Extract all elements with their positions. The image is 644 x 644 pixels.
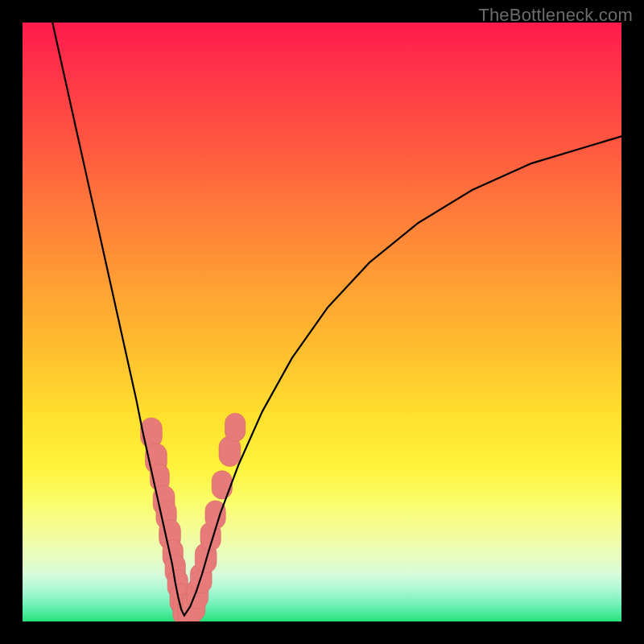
curve-left-branch — [52, 23, 184, 616]
data-marker — [212, 471, 232, 499]
data-marker — [225, 413, 245, 441]
data-marker — [205, 501, 225, 529]
chart-frame: TheBottleneck.com — [0, 0, 644, 644]
plot-area — [23, 23, 621, 621]
curve-right-branch — [184, 136, 621, 615]
chart-svg — [23, 23, 621, 621]
markers-group — [141, 413, 246, 621]
